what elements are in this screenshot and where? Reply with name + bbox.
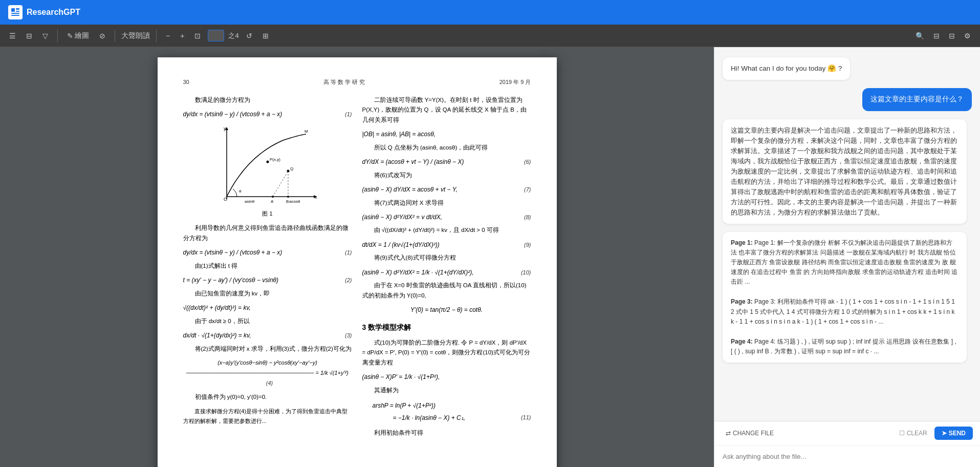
svg-line-22 <box>273 171 288 197</box>
svg-rect-2 <box>16 11 19 12</box>
fit-page-icon: ⊡ <box>194 32 201 40</box>
page-number-input[interactable]: 2 <box>208 30 224 41</box>
svg-text:asinθ: asinθ <box>245 199 255 204</box>
user-question-text: 这篇文章的主要内容是什么？ <box>870 95 964 103</box>
zoom-out-button[interactable]: − <box>163 30 173 42</box>
zoom-out-icon: − <box>166 32 170 40</box>
download-button[interactable]: ⊟ <box>946 30 958 42</box>
zoom-fit-icon: ⊟ <box>933 32 940 40</box>
formula-initial: Y'(0) = tan(π/2 − θ) = cotθ. <box>362 305 531 315</box>
menu-icon: ☰ <box>9 32 16 40</box>
bookmark-button[interactable]: ⊟ <box>23 30 35 42</box>
rotate-button[interactable]: ↺ <box>243 30 255 42</box>
ai-main-response-bubble: 这篇文章的主要内容是解决一个追击问题，文章提出了一种新的思路和方法，即解一个复杂… <box>723 119 967 224</box>
page-number-left: 30 <box>183 78 189 87</box>
send-icon: ➤ <box>942 430 947 437</box>
page4-ref: Page 4: Page 4: 练习题 ) , ) , 证明 sup sup )… <box>731 337 959 356</box>
svg-text:θ: θ <box>239 189 242 194</box>
chat-input[interactable] <box>723 453 972 460</box>
divider1 <box>57 30 58 42</box>
col2-text3: 利用初始条件可得 <box>362 428 531 438</box>
col2-text1: 式(10)为可降阶的二阶微分方程. 令 P = dY/dX，则 dP'/dX =… <box>362 338 531 368</box>
formula-dy: dy/dx = (vtsinθ − y) / (vtcosθ + a − x) … <box>183 247 352 258</box>
formula-10: (asinθ − X) d²Y/dX² = 1/k · √(1+(dY/dX)²… <box>362 267 531 278</box>
known-speed-text: 由已知鱼雷的速度为 kv，即 <box>183 289 352 299</box>
chat-input-area <box>714 445 980 467</box>
formula-7: (asinθ − X) dY/dX = acosθ + vt − Y, (7) <box>362 184 531 195</box>
svg-text:O: O <box>224 197 227 202</box>
search-icon: 🔍 <box>916 32 924 40</box>
intro-text: 利用导数的几何意义得到鱼雷追击路径曲线函数满足的微分方程为 <box>183 223 352 243</box>
change-file-button[interactable]: ⇄ CHANGE FILE <box>722 428 778 439</box>
toolbar-right: 🔍 ⊟ ⊟ ⚙ <box>912 30 974 42</box>
ai-greeting-bubble: Hi! What can I do for you today 🤗 ? <box>723 57 850 80</box>
eraser-button[interactable]: ⊘ <box>96 30 108 42</box>
right-text3: 将(6)式改写为 <box>362 171 531 181</box>
pdf-two-column: 数满足的微分方程为 dy/dx = (vtsinθ − y) / (vtcosθ… <box>183 95 531 442</box>
change-file-label: CHANGE FILE <box>733 430 774 437</box>
right-text2: 所以 Q 点坐标为 (asinθ, acosθ)，由此可得 <box>362 143 531 153</box>
formula-big: (x−a)y'(y'cosθ−sinθ) − y²cosθ(xy'−ay'−y)… <box>183 358 352 388</box>
search-button[interactable]: 🔍 <box>912 30 927 42</box>
ai-main-response-text: 这篇文章的主要内容是解决一个追击问题，文章提出了一种新的思路和方法，即解一个复杂… <box>731 127 957 216</box>
svg-text:x: x <box>315 195 317 200</box>
change-file-icon: ⇄ <box>726 430 731 437</box>
settings-button[interactable]: ⚙ <box>961 30 974 42</box>
sidebar-toggle-button[interactable]: ⊞ <box>259 30 272 42</box>
figure-svg: x y O M P(x,y) Q <box>216 125 319 207</box>
page3-ref: Page 3: Page 3: 利用初始条件可得 ak - 1 ) ( 1 + … <box>731 297 959 327</box>
app-logo-icon <box>8 5 23 19</box>
send-button[interactable]: ➤ SEND <box>934 427 973 440</box>
formula-speed: √((dx/dt)² + (dy/dt)²) = kv, <box>183 303 352 313</box>
draw-button[interactable]: ✎ 繪圖 <box>64 29 92 43</box>
filter-button[interactable]: ▽ <box>39 30 51 42</box>
svg-rect-1 <box>16 8 19 10</box>
zoom-fit-button[interactable]: ⊟ <box>930 30 943 42</box>
pdf-toolbar: ☰ ⊟ ▽ ✎ 繪圖 ⊘ 大聲朗讀 − + ⊡ 2 之4 ↺ ⊞ 🔍 ⊟ ⊟ <box>0 25 980 47</box>
formula-arsh: arshP = ln(P + √(1+P²)) = −1/k · ln(asin… <box>362 399 531 424</box>
pdf-left-column: 数满足的微分方程为 dy/dx = (vtsinθ − y) / (vtcosθ… <box>183 95 352 442</box>
figure-area: x y O M P(x,y) Q <box>183 125 352 219</box>
total-pages-label: 之4 <box>228 31 238 40</box>
zoom-in-button[interactable]: + <box>177 30 187 42</box>
from23-text: 将(2)式两端同时对 x 求导，利用(3)式，微分方程(2)可化为 <box>183 344 352 354</box>
from1-text: 由(1)式解出 t 得 <box>183 261 352 271</box>
initial-text: 初值条件为 y(0)=0, y'(0)=0. <box>183 392 352 402</box>
formula-t: t = (xy' − y − ay') / (vy'cosθ − vsinθ) … <box>183 275 352 285</box>
pdf-viewer[interactable]: 30 高 等 数 学 研 究 2019 年 9 月 数满足的微分方程为 dy/d… <box>0 47 714 467</box>
fit-page-button[interactable]: ⊡ <box>191 30 204 42</box>
publication-date: 2019 年 9 月 <box>499 78 531 87</box>
svg-text:acosθ: acosθ <box>289 199 300 204</box>
greeting-text: Hi! What can I do for you today 🤗 ? <box>731 65 842 72</box>
formula-ob: |OB| = asinθ, |AB| = acosθ, <box>362 129 531 139</box>
from-dx-text: 由于 dx/dt ≥ 0，所以 <box>183 316 352 327</box>
formula-sep: (asinθ − X)P' = 1/k · √(1+P²), <box>362 372 531 382</box>
download-icon: ⊟ <box>949 32 955 40</box>
chat-toolbar-right-actions: ☐ CLEAR ➤ SEND <box>895 427 973 440</box>
right-intro: 二阶连续可导函数 Y=Y(X)。在时刻 t 时，设鱼雷位置为 P(X,Y)，敌舰… <box>362 95 531 125</box>
svg-rect-4 <box>11 15 19 16</box>
journal-title: 高 等 数 学 研 究 <box>323 78 365 87</box>
draw-icon: ✎ <box>67 32 73 40</box>
right-text6: 将(9)式代入(8)式可得微分方程 <box>362 253 531 263</box>
bookmark-icon: ⊟ <box>26 32 32 40</box>
ai-page-refs-bubble: Page 1: Page 1: 解一个复杂的微分 析解 不仅为解决追击问题提供了… <box>723 232 967 363</box>
svg-rect-0 <box>11 8 15 12</box>
chat-bottom-toolbar: ⇄ CHANGE FILE ☐ CLEAR ➤ SEND <box>714 421 980 445</box>
sidebar-icon: ⊞ <box>263 32 269 40</box>
logo-area: ResearchGPT <box>8 5 80 19</box>
svg-text:P(x,y): P(x,y) <box>270 157 280 162</box>
pdf-page: 30 高 等 数 学 研 究 2019 年 9 月 数满足的微分方程为 dy/d… <box>158 57 557 467</box>
app-title: ResearchGPT <box>27 8 80 17</box>
svg-text:Q: Q <box>290 166 293 171</box>
settings-icon: ⚙ <box>964 32 971 40</box>
svg-text:y: y <box>224 126 226 131</box>
left-intro: 数满足的微分方程为 <box>183 95 352 105</box>
menu-button[interactable]: ☰ <box>6 30 19 42</box>
zoom-in-icon: + <box>180 32 184 40</box>
clear-button[interactable]: ☐ CLEAR <box>895 427 931 440</box>
section3-title: 3 数学模型求解 <box>362 322 531 334</box>
divider3 <box>156 30 157 42</box>
filter-icon: ▽ <box>42 32 48 40</box>
rotate-icon: ↺ <box>246 32 252 40</box>
